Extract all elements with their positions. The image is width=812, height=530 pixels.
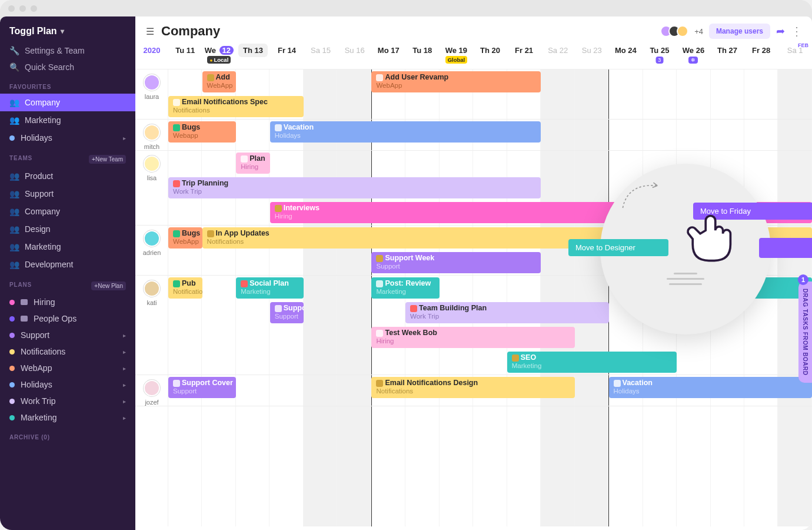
- user-column[interactable]: jozef: [135, 375, 168, 406]
- day-header[interactable]: We 12Local: [202, 42, 237, 64]
- user-column[interactable]: mitch: [135, 120, 168, 150]
- avatar: [144, 280, 160, 297]
- plan-item[interactable]: People Ops: [0, 310, 135, 327]
- drag-task-move-designer[interactable]: Move to Designer: [568, 239, 668, 256]
- day-header[interactable]: Fr 28: [744, 42, 778, 64]
- team-item[interactable]: 👥Support: [0, 185, 135, 203]
- team-item[interactable]: 👥Design: [0, 220, 135, 238]
- user-column[interactable]: lisa: [135, 151, 168, 225]
- people-icon: 👥: [9, 189, 19, 198]
- task-card[interactable]: Support CoverSupport: [168, 377, 236, 398]
- task-card[interactable]: VacationHolidays: [609, 377, 812, 398]
- task-card[interactable]: Social PlanMarketing: [236, 277, 304, 299]
- task-card[interactable]: PubNotifications: [168, 277, 202, 299]
- task-card[interactable]: In App UpdatesNotifications: [202, 227, 609, 249]
- new-team-button[interactable]: +New Team: [89, 155, 126, 164]
- favourite-label: Company: [25, 98, 60, 107]
- more-users-count[interactable]: +4: [694, 27, 703, 36]
- task-card[interactable]: VacationHolidays: [270, 121, 541, 143]
- day-header[interactable]: We 19Global: [440, 42, 474, 64]
- day-header[interactable]: Tu 11: [168, 42, 202, 64]
- team-item[interactable]: 👥Development: [0, 256, 135, 273]
- task-card[interactable]: BugsWebapp: [168, 121, 236, 143]
- drag-badge[interactable]: 1: [798, 274, 808, 285]
- team-item[interactable]: 👥Product: [0, 167, 135, 185]
- day-header[interactable]: Th 20: [473, 42, 507, 64]
- status-icon: [376, 280, 383, 287]
- day-header[interactable]: Tu 253: [643, 42, 677, 64]
- new-plan-button[interactable]: +New Plan: [91, 281, 126, 290]
- task-card[interactable]: Test Week BobHiring: [371, 327, 574, 348]
- archive-header[interactable]: ARCHIVE (0): [0, 426, 135, 444]
- favourite-item[interactable]: 👥Company: [0, 94, 135, 111]
- user-column[interactable]: laura: [135, 69, 168, 119]
- task-card[interactable]: Team Building PlanWork Trip: [405, 302, 608, 323]
- status-icon: [275, 305, 282, 312]
- quick-search-link[interactable]: 🔍Quick Search: [0, 59, 135, 75]
- favourite-item[interactable]: Holidays▸: [0, 129, 135, 147]
- more-options-icon[interactable]: ⋮: [791, 24, 801, 38]
- day-header[interactable]: Th 13: [236, 42, 270, 64]
- status-icon: [376, 330, 383, 337]
- traffic-light-max[interactable]: [31, 5, 37, 12]
- drag-from-board-handle[interactable]: DRAG TASKS FROM BOARD: [798, 281, 812, 383]
- traffic-light-min[interactable]: [19, 5, 26, 12]
- user-row: jozefSupport CoverSupportEmail Notificat…: [135, 375, 812, 406]
- lane: SEOMarketing: [168, 350, 812, 375]
- day-header[interactable]: Fr 14: [270, 42, 304, 64]
- day-header[interactable]: Tu 18: [405, 42, 440, 64]
- day-badge: ❄: [688, 57, 698, 64]
- team-item[interactable]: 👥Company: [0, 203, 135, 220]
- plan-swatch: [9, 415, 15, 420]
- avatar-stack[interactable]: [664, 25, 688, 37]
- task-card[interactable]: AddWebApp: [202, 71, 237, 92]
- user-avatar[interactable]: [677, 25, 688, 37]
- task-card[interactable]: BugsWebApp: [168, 227, 202, 249]
- day-header[interactable]: Su 23: [575, 42, 609, 64]
- day-header[interactable]: Fr 21: [507, 42, 541, 64]
- plan-item[interactable]: WebApp▸: [0, 360, 135, 376]
- plan-item[interactable]: Holidays▸: [0, 376, 135, 393]
- task-card[interactable]: Support WeekSupport: [371, 252, 541, 273]
- day-header[interactable]: Sa 22: [541, 42, 575, 64]
- plan-item[interactable]: Work Trip▸: [0, 393, 135, 409]
- workspace-switcher[interactable]: Toggl Plan ▾: [0, 16, 135, 42]
- favourite-item[interactable]: 👥Marketing: [0, 111, 135, 129]
- share-icon[interactable]: ➦: [776, 25, 785, 38]
- sidebar: Toggl Plan ▾ 🔧Settings & Team 🔍Quick Sea…: [0, 16, 135, 530]
- task-card[interactable]: SEOMarketing: [507, 352, 677, 373]
- day-header[interactable]: Th 27: [710, 42, 744, 64]
- plan-item[interactable]: Marketing▸: [0, 409, 135, 426]
- user-column[interactable]: kati: [135, 276, 168, 375]
- task-card[interactable]: SupportSupport: [270, 302, 304, 323]
- task-card[interactable]: Email Notifications DesignNotifications: [371, 377, 574, 398]
- search-label: Quick Search: [25, 62, 74, 72]
- user-column[interactable]: adrien: [135, 226, 168, 275]
- favourites-header: FAVOURITES: [0, 75, 135, 94]
- team-item[interactable]: 👥Marketing: [0, 238, 135, 256]
- task-card[interactable]: Trip PlanningWork Trip: [168, 177, 541, 198]
- day-header[interactable]: Mo 24: [609, 42, 643, 64]
- plan-item[interactable]: Hiring: [0, 294, 135, 310]
- topbar: ☰ Company +4 Manage users ➦ ⋮: [135, 16, 812, 42]
- year-label[interactable]: 2020: [135, 42, 168, 55]
- day-header[interactable]: Mo 17: [371, 42, 405, 64]
- task-card[interactable]: Add User RevampWebApp: [371, 71, 541, 92]
- task-card[interactable]: Email Notifications SpecNotifications: [168, 96, 304, 117]
- user-name: mitch: [144, 143, 159, 150]
- manage-users-button[interactable]: Manage users: [709, 24, 770, 39]
- task-card[interactable]: PlanHiring: [236, 153, 270, 174]
- day-header[interactable]: Su 16: [338, 42, 372, 64]
- status-icon: [512, 355, 519, 362]
- day-header[interactable]: We 26❄: [677, 42, 711, 64]
- day-header[interactable]: Sa 15: [304, 42, 338, 64]
- menu-icon[interactable]: ☰: [146, 26, 154, 37]
- traffic-light-close[interactable]: [8, 5, 15, 12]
- task-card[interactable]: Post: ReviewMarketing: [371, 277, 439, 299]
- status-icon: [275, 205, 282, 212]
- plan-item[interactable]: Support▸: [0, 327, 135, 343]
- plan-item[interactable]: Notifications▸: [0, 343, 135, 360]
- plan-swatch: [9, 300, 15, 305]
- plan-label: Hiring: [34, 297, 55, 307]
- settings-team-link[interactable]: 🔧Settings & Team: [0, 42, 135, 59]
